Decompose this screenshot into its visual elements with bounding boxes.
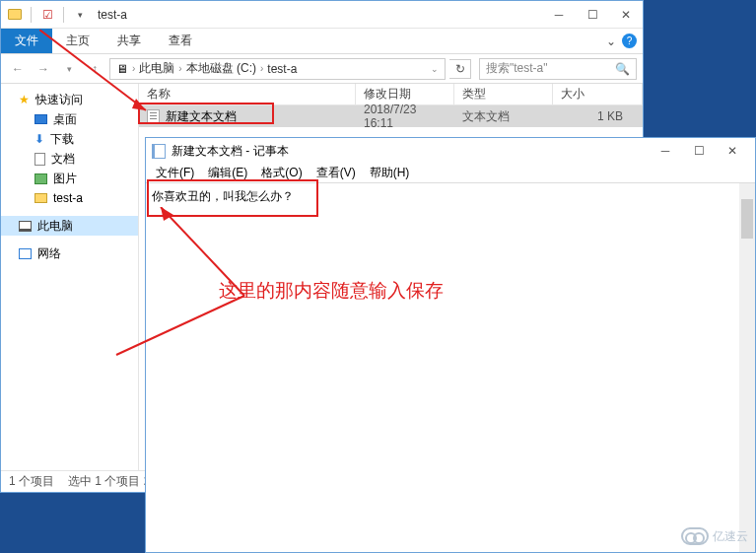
sidebar-label: 快速访问 — [35, 92, 83, 108]
sidebar-label: 此电脑 — [37, 218, 73, 235]
chevron-down-icon[interactable]: ⌄ — [606, 35, 616, 48]
star-icon: ★ — [19, 93, 30, 106]
sidebar-testa[interactable]: test-a — [1, 188, 138, 208]
menu-format[interactable]: 格式(O) — [255, 165, 308, 181]
col-size[interactable]: 大小 — [553, 84, 643, 104]
tab-view[interactable]: 查看 — [155, 29, 206, 53]
forward-button[interactable]: → — [33, 58, 54, 80]
notepad-content: 你喜欢丑的，叫我怎么办？ — [152, 189, 294, 203]
quick-access-toolbar: ☑ ▾ — [1, 7, 94, 23]
search-icon: 🔍 — [615, 62, 630, 76]
address-dropdown-icon[interactable]: ⌄ — [431, 64, 439, 74]
sidebar-documents[interactable]: 文档 — [1, 149, 138, 169]
maximize-button[interactable]: ☐ — [576, 4, 609, 26]
crumb-disk[interactable]: 本地磁盘 (C:) — [186, 60, 256, 77]
sidebar-label: 桌面 — [53, 111, 77, 128]
menu-edit[interactable]: 编辑(E) — [202, 165, 253, 181]
close-button[interactable]: ✕ — [716, 140, 749, 162]
close-button[interactable]: ✕ — [609, 4, 643, 26]
col-name[interactable]: 名称 — [139, 84, 356, 104]
crumb-folder[interactable]: test-a — [267, 62, 297, 76]
dropdown-icon[interactable]: ▾ — [72, 7, 88, 23]
crumb-thispc[interactable]: 此电脑 — [139, 60, 174, 77]
sidebar-desktop[interactable]: 桌面 — [1, 109, 138, 129]
minimize-button[interactable]: ─ — [542, 4, 576, 26]
chevron-right-icon: › — [260, 63, 263, 74]
sidebar-label: test-a — [53, 191, 83, 205]
chevron-right-icon: › — [178, 63, 181, 74]
download-icon: ⬇ — [34, 132, 44, 146]
notepad-icon — [152, 144, 166, 159]
tab-home[interactable]: 主页 — [52, 29, 103, 53]
sidebar: ★快速访问 桌面 ⬇下载 文档 图片 test-a 此电脑 网络 — [1, 84, 139, 470]
text-file-icon — [147, 109, 160, 124]
tab-file[interactable]: 文件 — [1, 29, 52, 53]
sidebar-label: 网络 — [37, 245, 61, 262]
scrollbar[interactable] — [739, 183, 755, 552]
ribbon-tabs: 文件 主页 共享 查看 ⌄ ? — [1, 29, 643, 54]
search-placeholder: 搜索"test-a" — [486, 60, 548, 77]
notepad-menubar: 文件(F) 编辑(E) 格式(O) 查看(V) 帮助(H) — [146, 164, 755, 183]
menu-view[interactable]: 查看(V) — [310, 165, 362, 181]
back-button[interactable]: ← — [7, 58, 29, 80]
pc-icon: 🖥 — [116, 62, 128, 76]
minimize-button[interactable]: ─ — [649, 140, 682, 162]
scroll-thumb[interactable] — [741, 199, 753, 239]
address-bar: ← → ▾ ↑ 🖥 › 此电脑 › 本地磁盘 (C:) › test-a ⌄ ↻… — [1, 54, 643, 84]
pc-icon — [19, 221, 32, 232]
menu-file[interactable]: 文件(F) — [150, 165, 200, 181]
folder-icon — [7, 7, 23, 23]
file-name: 新建文本文档 — [166, 108, 237, 125]
up-button[interactable]: ↑ — [84, 58, 105, 80]
sidebar-pictures[interactable]: 图片 — [1, 169, 138, 188]
file-size: 1 KB — [553, 109, 643, 123]
recent-dropdown[interactable]: ▾ — [58, 58, 80, 80]
watermark: 亿速云 — [681, 527, 748, 545]
sidebar-quick-access[interactable]: ★快速访问 — [1, 90, 138, 109]
sidebar-downloads[interactable]: ⬇下载 — [1, 129, 138, 149]
watermark-icon — [681, 527, 709, 545]
folder-icon — [34, 193, 47, 203]
window-title: test-a — [94, 8, 127, 22]
maximize-button[interactable]: ☐ — [682, 140, 716, 162]
col-date[interactable]: 修改日期 — [356, 84, 454, 104]
network-icon — [19, 248, 32, 259]
help-icon[interactable]: ? — [622, 34, 637, 48]
file-row[interactable]: 新建文本文档 2018/7/23 16:11 文本文档 1 KB — [139, 105, 643, 127]
address-input[interactable]: 🖥 › 此电脑 › 本地磁盘 (C:) › test-a ⌄ — [109, 58, 446, 80]
document-icon — [34, 153, 45, 166]
watermark-text: 亿速云 — [713, 528, 748, 545]
notepad-title: 新建文本文档 - 记事本 — [172, 143, 289, 160]
notepad-textarea[interactable]: 你喜欢丑的，叫我怎么办？ — [146, 183, 755, 552]
desktop-icon — [34, 114, 47, 124]
search-input[interactable]: 搜索"test-a" 🔍 — [479, 58, 637, 80]
picture-icon — [34, 173, 47, 184]
tab-share[interactable]: 共享 — [103, 29, 155, 53]
chevron-right-icon: › — [132, 63, 135, 74]
sidebar-label: 文档 — [51, 151, 75, 168]
sidebar-label: 下载 — [50, 131, 74, 148]
sidebar-thispc[interactable]: 此电脑 — [1, 216, 138, 236]
col-type[interactable]: 类型 — [454, 84, 553, 104]
sidebar-network[interactable]: 网络 — [1, 243, 138, 263]
notepad-titlebar: 新建文本文档 - 记事本 ─ ☐ ✕ — [146, 138, 755, 164]
sidebar-label: 图片 — [53, 171, 77, 187]
menu-help[interactable]: 帮助(H) — [364, 165, 416, 181]
titlebar: ☑ ▾ test-a ─ ☐ ✕ — [1, 1, 643, 29]
file-date: 2018/7/23 16:11 — [356, 103, 454, 130]
status-selected: 选中 1 个项目 24 — [68, 473, 157, 490]
refresh-button[interactable]: ↻ — [449, 59, 471, 79]
notepad-window: 新建文本文档 - 记事本 ─ ☐ ✕ 文件(F) 编辑(E) 格式(O) 查看(… — [145, 137, 756, 553]
properties-icon[interactable]: ☑ — [39, 7, 55, 23]
file-type: 文本文档 — [454, 108, 553, 125]
status-items: 1 个项目 — [9, 473, 54, 490]
